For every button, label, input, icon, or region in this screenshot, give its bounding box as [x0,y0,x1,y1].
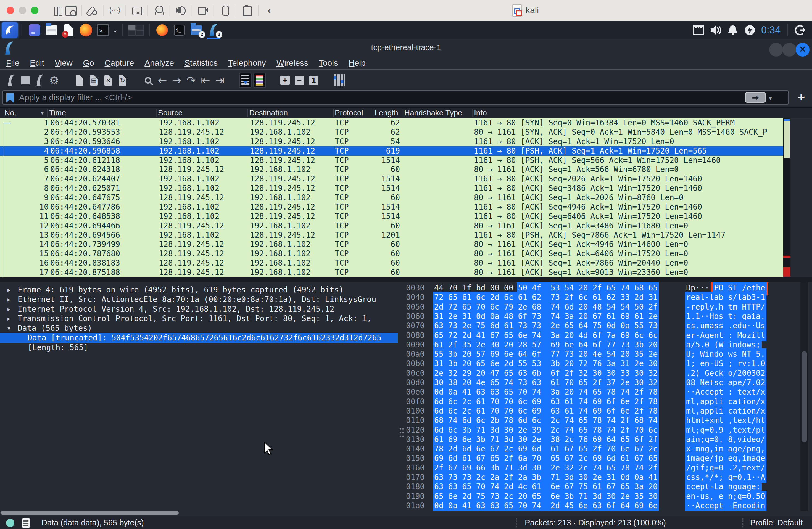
expander-closed-icon[interactable]: ▸ [6,285,11,295]
packet-detail-pane[interactable]: ▸Frame 4: 619 bytes on wire (4952 bits),… [0,282,398,511]
apply-filter-button[interactable]: ➞ [745,92,766,103]
logout-icon[interactable] [793,23,807,37]
menu-view[interactable]: View [55,58,72,68]
taskbar-file-manager[interactable]: 2 [189,23,204,38]
save-file-icon[interactable]: ▤ [87,72,101,89]
hex-row-0180[interactable]: 018063 63 65 70 74 2d 4c 61 6e 67 75 61 … [404,482,796,491]
hex-row-0040[interactable]: 004072 65 61 6c 2d 6c 61 62 73 2f 6c 61 … [404,293,796,302]
hex-row-0050[interactable]: 00502d 72 65 70 6c 79 2e 68 74 6d 20 48 … [404,302,796,312]
open-file-icon[interactable] [72,72,87,89]
hex-row-0030[interactable]: 003044 70 1f bd 00 00 50 4f 53 54 20 2f … [404,283,796,293]
launcher-terminal-dropdown-icon[interactable]: ⌄ [112,26,118,34]
packet-row-6[interactable]: 606:44:20.624318128.119.245.12192.168.1.… [0,165,783,174]
packet-row-5[interactable]: 506:44:20.612118192.168.1.102128.119.245… [0,156,783,165]
speaker-icon[interactable] [175,4,187,17]
hex-row-00d0[interactable]: 00d030 38 20 4e 65 74 73 63 61 70 65 2f … [404,378,796,387]
launcher-file-manager[interactable] [44,23,59,38]
packet-row-9[interactable]: 906:44:20.647675128.119.245.12192.168.1.… [0,193,783,202]
video-icon[interactable] [197,4,209,17]
hex-row-00b0[interactable]: 00b031 3b 20 65 6e 2d 55 53 3b 20 72 76 … [404,359,796,368]
col-destination[interactable]: Destination [249,108,288,118]
col-length[interactable]: Length [375,108,398,118]
code-icon[interactable]: ⟨⋯⟩ [108,4,121,17]
hex-row-0120[interactable]: 01206d 6c 3b 71 3d 30 2e 39 2c 74 65 78 … [404,425,796,435]
col-source[interactable]: Source [158,108,183,118]
hex-row-0070[interactable]: 007063 73 2e 75 6d 61 73 73 2e 65 64 75 … [404,321,796,330]
reload-file-icon[interactable]: ↻ [115,72,130,89]
hex-row-0190[interactable]: 019065 6e 2d 75 73 2c 20 65 6e 3b 71 3d … [404,492,796,501]
taskbar-wireshark[interactable]: 2 [206,23,221,38]
window-minimize-button[interactable] [19,6,26,14]
hex-row-00e0[interactable]: 00e00d 0a 41 63 63 65 70 74 3a 20 74 65 … [404,387,796,397]
display-filter-input[interactable] [19,91,743,104]
detail-row[interactable]: ▸Frame 4: 619 bytes on wire (4952 bits),… [0,285,398,295]
hex-row-0090[interactable]: 009061 2f 35 2e 30 20 28 57 69 6e 64 6f … [404,340,796,350]
bytes-pane-scrollbar[interactable] [800,282,808,511]
packet-row-12[interactable]: 1206:44:20.694466128.119.245.12192.168.1… [0,221,783,231]
colorize-icon[interactable] [252,72,267,89]
packet-list-scrollbar-thumb[interactable] [784,119,790,158]
chevron-left-icon[interactable]: ‹ [263,4,276,17]
detail-row[interactable]: ▸Ethernet II, Src: ActiontecEle_8a:70:1a… [0,295,398,304]
capture-options-icon[interactable]: ⚙ [47,72,61,89]
profile-text[interactable]: Profile: Default [750,516,802,529]
pause-icon[interactable] [52,4,64,17]
detail-row[interactable]: Data [truncated]: 504f5354202f6574686572… [0,333,398,343]
workspace-switcher[interactable] [128,25,144,35]
clock[interactable]: 0:34 [761,24,781,36]
expander-closed-icon[interactable]: ▸ [6,314,11,323]
packet-row-4[interactable]: 406:44:20.596858192.168.1.102128.119.245… [0,146,783,156]
mouse-icon[interactable] [219,4,231,17]
packet-row-2[interactable]: 206:44:20.593553128.119.245.12192.168.1.… [0,128,783,137]
detail-row[interactable]: ▸Internet Protocol Version 4, Src: 192.1… [0,304,398,314]
expert-info-icon[interactable] [6,519,14,527]
close-file-icon[interactable]: ✕ [101,72,115,89]
filter-bookmark-icon[interactable] [6,93,14,102]
packet-list[interactable]: 106:44:20.570381192.168.1.102128.119.245… [0,118,783,277]
hex-row-0160[interactable]: 01602f 67 69 66 3b 71 3d 30 2e 32 2c 74 … [404,463,796,473]
find-packet-icon[interactable] [141,72,155,89]
wrench-icon[interactable] [86,4,99,17]
hex-row-0170[interactable]: 017063 73 73 2c 2a 2f 2a 3b 71 3d 30 2e … [404,473,796,482]
col-handshake-type[interactable]: Handshake Type [404,108,462,118]
launcher-terminal[interactable]: $_ [96,23,110,38]
stop-capture-icon[interactable] [18,72,33,89]
menu-file[interactable]: File [6,58,19,68]
col-protocol[interactable]: Protocol [335,108,363,118]
filter-dropdown-icon[interactable]: ▾ [769,95,772,102]
go-forward-icon[interactable]: → [170,72,184,89]
launcher-firefox[interactable] [79,23,93,38]
col-no[interactable]: No. [4,108,17,118]
col-time[interactable]: Time [49,108,66,118]
menu-tools[interactable]: Tools [319,58,338,68]
go-to-packet-icon[interactable]: ↷ [184,72,198,89]
detail-hscrollbar-thumb[interactable] [1,511,179,515]
packet-row-16[interactable]: 1606:44:20.838183128.119.245.12192.168.1… [0,259,783,268]
packet-row-1[interactable]: 106:44:20.570381192.168.1.102128.119.245… [0,118,783,128]
detail-row[interactable]: ▸Transmission Control Protocol, Src Port… [0,314,398,323]
go-first-packet-icon[interactable]: ⇤ [198,72,213,89]
minimize-button[interactable] [769,43,783,57]
menu-go[interactable]: Go [83,58,94,68]
display-filter-bar[interactable]: ➞ ▾ [2,90,789,105]
expander-open-icon[interactable]: ▾ [6,323,11,333]
display-icon[interactable] [64,4,77,17]
menu-statistics[interactable]: Statistics [185,58,218,68]
go-last-packet-icon[interactable]: ⇥ [213,72,227,89]
hex-row-00c0[interactable]: 00c02e 32 29 20 47 65 63 6b 6f 2f 32 30 … [404,369,796,378]
packet-row-15[interactable]: 1506:44:20.787680128.119.245.12192.168.1… [0,249,783,259]
notifications-bell-icon[interactable] [726,23,740,37]
pane-splitter[interactable] [0,277,812,282]
packet-row-7[interactable]: 706:44:20.624407192.168.1.102128.119.245… [0,174,783,183]
packet-list-scrollbar[interactable] [783,118,791,277]
packet-row-14[interactable]: 1406:44:20.739499128.119.245.12192.168.1… [0,240,783,249]
titlebar[interactable]: tcp-ethereal-trace-1 ✕ [0,39,812,57]
detail-row[interactable]: ▾Data (565 bytes) [0,323,398,333]
packet-row-10[interactable]: 1006:44:20.647786192.168.1.102128.119.24… [0,202,783,212]
hex-row-0150[interactable]: 015069 6d 61 67 65 2f 6a 70 65 67 2c 69 … [404,454,796,463]
menu-analyze[interactable]: Analyze [144,58,174,68]
sort-indicator-icon[interactable]: ▾ [41,108,44,118]
expander-closed-icon[interactable]: ▸ [6,304,11,314]
add-filter-button[interactable]: + [794,91,808,104]
menu-wireless[interactable]: Wireless [276,58,308,68]
